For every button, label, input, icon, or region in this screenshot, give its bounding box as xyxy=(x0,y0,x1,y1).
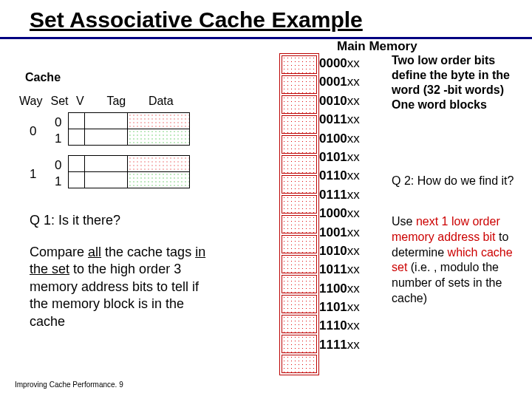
mm-address: 1100xx xyxy=(319,279,360,298)
way1-set1-label: 1 xyxy=(55,174,61,189)
way0-set1-label: 1 xyxy=(55,132,61,146)
hdr-v: V xyxy=(76,95,94,108)
cache-column-headers: Way Set V Tag Data xyxy=(19,95,183,108)
table-row xyxy=(69,113,190,129)
table-row xyxy=(69,172,190,188)
hdr-data: Data xyxy=(139,95,183,108)
main-memory-addresses: 0000xx0001xx0010xx0011xx0100xx0101xx0110… xyxy=(319,54,360,354)
hdr-tag: Tag xyxy=(97,95,135,108)
hdr-set: Set xyxy=(50,95,72,108)
main-memory-column xyxy=(279,53,319,375)
mm-address: 0110xx xyxy=(319,166,360,185)
mm-address: 1001xx xyxy=(319,223,360,242)
mm-address: 0001xx xyxy=(319,72,360,91)
q2-heading: Q 2: How do we find it? xyxy=(392,174,532,188)
right-note-1: Two low order bits define the byte in th… xyxy=(392,53,525,112)
mm-address: 1110xx xyxy=(319,316,360,335)
right-note-2: Use next 1 low order memory address bit … xyxy=(392,214,528,307)
mm-address: 0011xx xyxy=(319,110,360,129)
data-cell-icon xyxy=(128,172,190,188)
mm-address: 0101xx xyxy=(319,148,360,166)
data-cell-icon xyxy=(128,129,190,146)
mm-address: 1111xx xyxy=(319,335,360,354)
table-row xyxy=(69,156,190,172)
way-1-label: 1 xyxy=(30,167,36,182)
table-row xyxy=(69,129,190,146)
way1-set0-label: 0 xyxy=(55,158,61,173)
mm-address: 1011xx xyxy=(319,260,360,279)
mm-address: 1101xx xyxy=(319,298,360,316)
cache-heading: Cache xyxy=(25,71,61,84)
page-title: Set Associative Cache Example xyxy=(30,7,363,33)
data-cell-icon xyxy=(128,113,190,129)
q1-body: Compare all the cache tags in the set to… xyxy=(30,244,207,330)
mm-address: 1000xx xyxy=(319,204,360,222)
main-memory-heading: Main Memory xyxy=(337,39,417,54)
way-0-label: 0 xyxy=(30,124,36,139)
way0-set0-label: 0 xyxy=(55,115,61,130)
mm-address: 1010xx xyxy=(319,242,360,260)
mm-address: 0100xx xyxy=(319,129,360,148)
mm-address: 0111xx xyxy=(319,185,360,204)
slide-footer: Improving Cache Performance. 9 xyxy=(15,381,123,389)
mm-address: 0010xx xyxy=(319,92,360,110)
title-rule xyxy=(0,37,532,39)
hdr-way: Way xyxy=(19,95,47,108)
cache-way-1 xyxy=(68,155,190,188)
mm-address: 0000xx xyxy=(319,54,360,72)
q1-heading: Q 1: Is it there? xyxy=(30,213,120,228)
cache-way-0 xyxy=(68,112,190,146)
data-cell-icon xyxy=(128,156,190,172)
